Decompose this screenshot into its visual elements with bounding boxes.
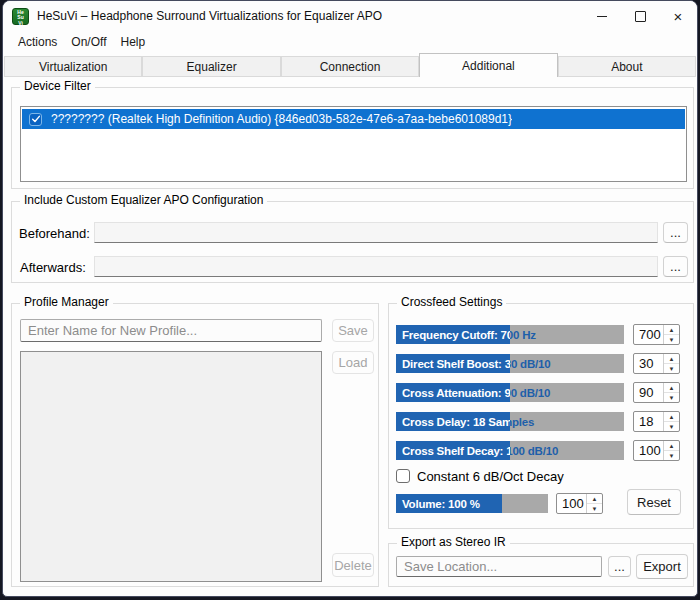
window-title: HeSuVi – Headphone Surround Virtualizati… bbox=[37, 9, 583, 23]
cross-delay-slider[interactable]: Cross Delay: 18 Samples Cross Delay: 18 … bbox=[396, 412, 624, 431]
volume-slider[interactable]: Volume: 100 % Volume: 100 % bbox=[396, 494, 548, 513]
device-list-item[interactable]: ???????? (Realtek High Definition Audio)… bbox=[22, 109, 685, 129]
minimize-button[interactable] bbox=[583, 1, 621, 31]
spinner-down-icon[interactable]: ▼ bbox=[664, 364, 679, 373]
device-filter-list[interactable]: ???????? (Realtek High Definition Audio)… bbox=[20, 106, 687, 182]
maximize-button[interactable] bbox=[621, 1, 659, 31]
cross-delay-spinner[interactable]: 18 ▲▼ bbox=[633, 411, 680, 432]
cross-shelf-decay-slider[interactable]: Cross Shelf Decay: 100 dB/10 Cross Shelf… bbox=[396, 441, 624, 460]
device-filter-group: Device Filter ???????? (Realtek High Def… bbox=[11, 87, 694, 189]
beforehand-field[interactable] bbox=[94, 222, 658, 243]
slider-fill: Cross Attenuation: 90 dB/10 bbox=[396, 383, 510, 402]
crossfeed-settings-group: Crossfeed Settings Frequency Cutoff: 700… bbox=[388, 303, 694, 529]
check-icon bbox=[31, 114, 41, 124]
slider-fill: Cross Delay: 18 Samples bbox=[396, 412, 510, 431]
save-location-input[interactable] bbox=[396, 556, 602, 577]
slider-fill: Volume: 100 % bbox=[396, 494, 502, 513]
spinner-down-icon[interactable]: ▼ bbox=[664, 335, 679, 344]
device-filter-title: Device Filter bbox=[20, 79, 95, 93]
title-bar: HeSuVi HeSuVi – Headphone Surround Virtu… bbox=[3, 1, 697, 31]
beforehand-browse-button[interactable]: ... bbox=[663, 222, 688, 243]
spinner-down-icon[interactable]: ▼ bbox=[664, 393, 679, 402]
app-icon: HeSuVi bbox=[12, 8, 29, 25]
constant-decay-label: Constant 6 dB/Oct Decay bbox=[417, 469, 564, 484]
spinner-down-icon[interactable]: ▼ bbox=[587, 504, 602, 513]
profile-list[interactable] bbox=[20, 351, 322, 582]
app-window: HeSuVi HeSuVi – Headphone Surround Virtu… bbox=[2, 0, 698, 597]
minimize-icon bbox=[597, 16, 607, 17]
frequency-cutoff-slider[interactable]: Frequency Cutoff: 700 Hz Frequency Cutof… bbox=[396, 325, 624, 344]
afterwards-browse-button[interactable]: ... bbox=[663, 256, 688, 277]
frequency-cutoff-spinner[interactable]: 700 ▲▼ bbox=[633, 324, 680, 345]
reset-button[interactable]: Reset bbox=[627, 489, 681, 515]
spinner-up-icon[interactable]: ▲ bbox=[664, 412, 679, 422]
afterwards-label: Afterwards: bbox=[20, 260, 86, 275]
include-config-title: Include Custom Equalizer APO Configurati… bbox=[20, 193, 267, 207]
spinner-up-icon[interactable]: ▲ bbox=[664, 383, 679, 393]
afterwards-field[interactable] bbox=[94, 256, 658, 277]
slider-fill: Cross Shelf Decay: 100 dB/10 bbox=[396, 441, 510, 460]
slider-fill: Direct Shelf Boost: 30 dB/10 bbox=[396, 354, 510, 373]
constant-decay-checkbox[interactable] bbox=[396, 469, 410, 483]
close-icon: × bbox=[674, 8, 683, 25]
spinner-up-icon[interactable]: ▲ bbox=[664, 354, 679, 364]
profile-manager-title: Profile Manager bbox=[20, 295, 113, 309]
close-button[interactable]: × bbox=[659, 1, 697, 31]
delete-button[interactable]: Delete bbox=[332, 553, 374, 577]
spinner-up-icon[interactable]: ▲ bbox=[664, 441, 679, 451]
tab-strip: Virtualization Equalizer Connection Addi… bbox=[4, 53, 696, 77]
spinner-up-icon[interactable]: ▲ bbox=[664, 325, 679, 335]
cross-attenuation-slider[interactable]: Cross Attenuation: 90 dB/10 Cross Attenu… bbox=[396, 383, 624, 402]
beforehand-label: Beforehand: bbox=[19, 226, 90, 241]
include-config-group: Include Custom Equalizer APO Configurati… bbox=[11, 201, 694, 283]
direct-shelf-boost-slider[interactable]: Direct Shelf Boost: 30 dB/10 Direct Shel… bbox=[396, 354, 624, 373]
menu-on-off[interactable]: On/Off bbox=[64, 33, 113, 51]
crossfeed-settings-title: Crossfeed Settings bbox=[397, 295, 506, 309]
save-button[interactable]: Save bbox=[332, 319, 374, 342]
slider-fill: Frequency Cutoff: 700 Hz bbox=[396, 325, 510, 344]
cross-attenuation-spinner[interactable]: 90 ▲▼ bbox=[633, 382, 680, 403]
profile-manager-group: Profile Manager Save Load Delete bbox=[11, 303, 379, 587]
device-label: ???????? (Realtek High Definition Audio)… bbox=[51, 112, 512, 126]
direct-shelf-boost-spinner[interactable]: 30 ▲▼ bbox=[633, 353, 680, 374]
tab-virtualization[interactable]: Virtualization bbox=[4, 56, 142, 77]
export-stereo-ir-title: Export as Stereo IR bbox=[397, 535, 510, 549]
menu-actions[interactable]: Actions bbox=[11, 33, 64, 51]
load-button[interactable]: Load bbox=[332, 351, 374, 374]
export-button[interactable]: Export bbox=[636, 554, 688, 579]
tab-additional[interactable]: Additional bbox=[419, 53, 557, 77]
cross-shelf-decay-spinner[interactable]: 100 ▲▼ bbox=[633, 440, 680, 461]
profile-name-input[interactable] bbox=[20, 319, 322, 342]
tab-equalizer[interactable]: Equalizer bbox=[142, 56, 280, 77]
menu-help[interactable]: Help bbox=[114, 33, 153, 51]
device-checkbox[interactable] bbox=[29, 113, 42, 126]
spinner-down-icon[interactable]: ▼ bbox=[664, 451, 679, 460]
maximize-icon bbox=[635, 11, 646, 22]
tab-connection[interactable]: Connection bbox=[281, 56, 419, 77]
save-location-browse-button[interactable]: ... bbox=[608, 556, 631, 577]
spinner-down-icon[interactable]: ▼ bbox=[664, 422, 679, 431]
spinner-up-icon[interactable]: ▲ bbox=[587, 494, 602, 504]
tab-about[interactable]: About bbox=[558, 56, 696, 77]
menu-bar: Actions On/Off Help bbox=[3, 31, 697, 53]
volume-spinner[interactable]: 100 ▲▼ bbox=[556, 493, 603, 514]
export-stereo-ir-group: Export as Stereo IR ... Export bbox=[388, 543, 694, 587]
